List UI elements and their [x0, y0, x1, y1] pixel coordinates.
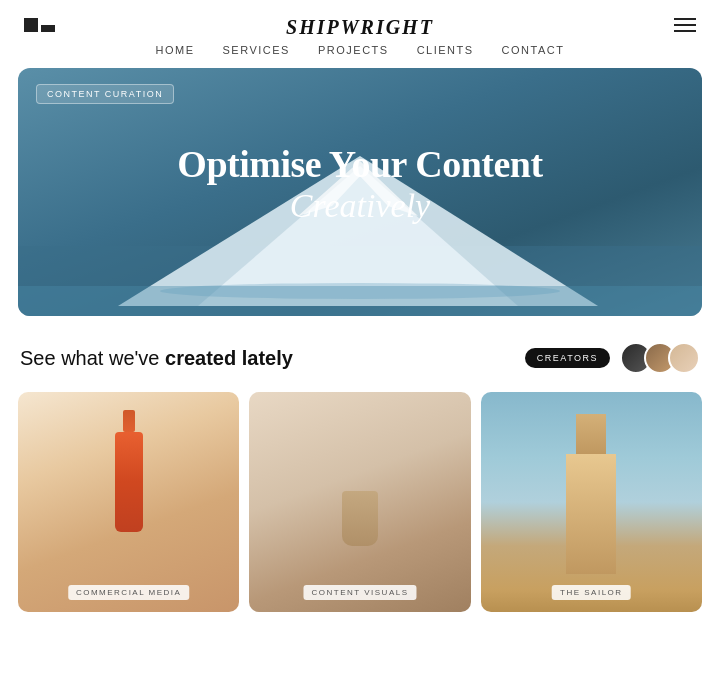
nav-contact[interactable]: CONTACT: [502, 44, 565, 56]
grid-item-content-visuals[interactable]: CONTENT VISUALS: [249, 392, 470, 612]
avatar-3: [668, 342, 700, 374]
main-nav: HOME SERVICES PROJECTS CLIENTS CONTACT: [0, 38, 720, 68]
svg-point-5: [160, 283, 560, 299]
section-title: See what we've created lately: [20, 347, 293, 370]
section-title-bold: created lately: [165, 347, 293, 369]
nav-services[interactable]: SERVICES: [223, 44, 290, 56]
creators-avatars: [620, 342, 700, 374]
section-header: See what we've created lately CREATORS: [0, 316, 720, 392]
nav-projects[interactable]: PROJECTS: [318, 44, 389, 56]
vase-decoration: [342, 491, 378, 546]
hero-label: CONTENT CURATION: [36, 84, 174, 104]
grid-item-the-sailor[interactable]: THE SAILOR: [481, 392, 702, 612]
section-title-prefix: See what we've: [20, 347, 165, 369]
site-header: SHIPWRIGHT: [0, 0, 720, 38]
grid-item-label-2: CONTENT VISUALS: [303, 585, 416, 600]
nav-clients[interactable]: CLIENTS: [417, 44, 474, 56]
hero-section: CONTENT CURATION Optimise Your Content C…: [18, 68, 702, 316]
creators-badge[interactable]: CREATORS: [525, 348, 610, 368]
grid-item-commercial-media[interactable]: COMMERCIAL MEDIA: [18, 392, 239, 612]
hamburger-menu-icon[interactable]: [674, 18, 696, 32]
building-decoration: [561, 414, 621, 554]
grid-item-label-1: COMMERCIAL MEDIA: [68, 585, 190, 600]
bottle-neck-decoration: [123, 410, 135, 432]
hero-title-main: Optimise Your Content: [86, 144, 633, 186]
creators-area: CREATORS: [525, 342, 700, 374]
image-grid: COMMERCIAL MEDIA CONTENT VISUALS THE SAI…: [0, 392, 720, 612]
bottle-decoration: [115, 432, 143, 532]
logo-icon[interactable]: [24, 18, 55, 32]
nav-home[interactable]: HOME: [156, 44, 195, 56]
brand-name: SHIPWRIGHT: [286, 16, 434, 39]
hero-text-block: Optimise Your Content Creatively: [86, 144, 633, 227]
grid-item-label-3: THE SAILOR: [552, 585, 631, 600]
hero-title-italic: Creatively: [86, 186, 633, 227]
